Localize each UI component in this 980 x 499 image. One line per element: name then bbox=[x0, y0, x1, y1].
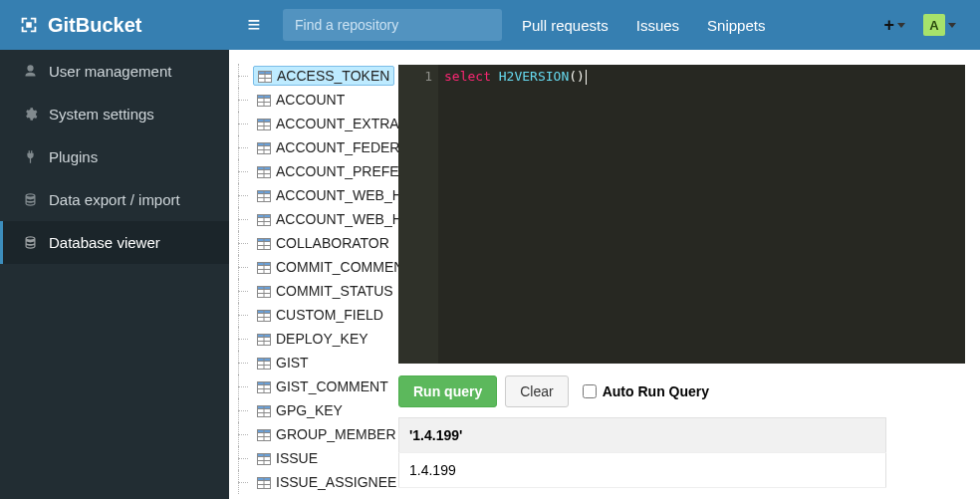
table-name: GIST bbox=[276, 355, 309, 371]
tree-connector-icon bbox=[229, 303, 251, 327]
sidebar-toggle-button[interactable] bbox=[239, 10, 269, 40]
create-new-button[interactable]: + bbox=[883, 15, 905, 36]
database-icon bbox=[21, 235, 39, 250]
sql-editor[interactable]: 1 select H2VERSION() bbox=[398, 65, 965, 364]
sidebar-item-system-settings[interactable]: System settings bbox=[0, 93, 229, 135]
tree-connector-icon bbox=[229, 135, 251, 159]
table-icon bbox=[257, 189, 271, 201]
token-keyword: select bbox=[444, 69, 491, 84]
table-node[interactable]: GIST_COMMENT bbox=[229, 374, 398, 398]
table-label-wrap: GIST bbox=[253, 354, 313, 372]
table-node[interactable]: ACCOUNT_WEB_H bbox=[229, 207, 398, 231]
table-node[interactable]: ACCOUNT_WEB_H bbox=[229, 183, 398, 207]
editor-gutter: 1 bbox=[398, 65, 438, 364]
table-node[interactable]: COMMIT_STATUS bbox=[229, 279, 398, 303]
table-name: ISSUE_ASSIGNEE bbox=[276, 474, 396, 490]
table-node[interactable]: ACCOUNT_PREFER bbox=[229, 159, 398, 183]
table-name: COLLABORATOR bbox=[276, 235, 389, 251]
admin-sidebar: User managementSystem settingsPluginsDat… bbox=[0, 50, 229, 499]
tree-connector-icon bbox=[229, 422, 251, 446]
table-list: ACCESS_TOKENACCOUNTACCOUNT_EXTRA_ACCOUNT… bbox=[229, 64, 398, 494]
tree-connector-icon bbox=[229, 159, 251, 183]
table-label-wrap: GROUP_MEMBER bbox=[253, 425, 398, 443]
sidebar-item-label: Database viewer bbox=[49, 234, 160, 251]
tree-connector-icon bbox=[229, 255, 251, 279]
tree-connector-icon bbox=[229, 327, 251, 351]
plug-icon bbox=[21, 149, 39, 164]
table-node[interactable]: ACCOUNT bbox=[229, 88, 398, 112]
editor-body[interactable]: select H2VERSION() bbox=[438, 65, 965, 364]
table-node[interactable]: GROUP_MEMBER bbox=[229, 422, 398, 446]
table-name: ACCOUNT_FEDERA bbox=[276, 139, 398, 155]
table-node[interactable]: GIST bbox=[229, 351, 398, 374]
table-node[interactable]: ACCOUNT_EXTRA_ bbox=[229, 112, 398, 135]
table-name: ACCOUNT_WEB_H bbox=[276, 211, 398, 227]
table-label-wrap: ACCOUNT_EXTRA_ bbox=[253, 115, 398, 132]
database-icon bbox=[21, 192, 39, 207]
table-icon bbox=[258, 70, 272, 82]
result-cell: 1.4.199 bbox=[399, 453, 886, 488]
top-bar: GitBucket Pull requests Issues Snippets … bbox=[0, 0, 980, 50]
tree-connector-icon bbox=[229, 351, 251, 374]
main: User managementSystem settingsPluginsDat… bbox=[0, 50, 980, 499]
sidebar-item-data-export-import[interactable]: Data export / import bbox=[0, 178, 229, 221]
table-node[interactable]: COLLABORATOR bbox=[229, 231, 398, 255]
table-icon bbox=[257, 237, 271, 249]
sidebar-item-plugins[interactable]: Plugins bbox=[0, 135, 229, 178]
result-header: '1.4.199' bbox=[399, 418, 886, 453]
run-query-button[interactable]: Run query bbox=[398, 375, 497, 407]
table-name: GROUP_MEMBER bbox=[276, 426, 396, 442]
nav-snippets[interactable]: Snippets bbox=[707, 17, 765, 34]
table-node[interactable]: ACCESS_TOKEN bbox=[229, 64, 398, 88]
tree-connector-icon bbox=[229, 470, 251, 494]
table-node[interactable]: ISSUE bbox=[229, 446, 398, 470]
table-name: GPG_KEY bbox=[276, 402, 343, 418]
table-name: ACCOUNT bbox=[276, 92, 345, 108]
editor-column: 1 select H2VERSION() Run query Clear Aut… bbox=[398, 50, 980, 499]
brand[interactable]: GitBucket bbox=[0, 0, 229, 50]
table-label-wrap: ISSUE_ASSIGNEE bbox=[253, 473, 398, 491]
sidebar-item-user-management[interactable]: User management bbox=[0, 50, 229, 93]
table-name: COMMIT_COMMEN bbox=[276, 259, 398, 275]
table-node[interactable]: GPG_KEY bbox=[229, 398, 398, 422]
sidebar-item-label: User management bbox=[49, 63, 171, 80]
sidebar-item-database-viewer[interactable]: Database viewer bbox=[0, 221, 229, 264]
tree-connector-icon bbox=[229, 64, 251, 88]
tree-connector-icon bbox=[229, 88, 251, 112]
table-name: ISSUE bbox=[276, 450, 318, 466]
table-node[interactable]: COMMIT_COMMEN bbox=[229, 255, 398, 279]
table-label-wrap: GIST_COMMENT bbox=[253, 377, 392, 395]
tree-connector-icon bbox=[229, 207, 251, 231]
nav-pull-requests[interactable]: Pull requests bbox=[522, 17, 609, 34]
auto-run-checkbox[interactable] bbox=[583, 384, 597, 398]
token-function: H2VERSION bbox=[499, 69, 569, 84]
table-node[interactable]: ACCOUNT_FEDERA bbox=[229, 135, 398, 159]
sidebar-item-label: Data export / import bbox=[49, 191, 180, 208]
table-icon bbox=[257, 452, 271, 464]
table-name: ACCESS_TOKEN bbox=[277, 68, 389, 84]
token-paren: () bbox=[569, 69, 585, 84]
table-icon bbox=[257, 141, 271, 153]
tree-connector-icon bbox=[229, 398, 251, 422]
caret-down-icon bbox=[948, 23, 956, 28]
hamburger-icon bbox=[248, 14, 261, 36]
search-input[interactable] bbox=[283, 9, 502, 41]
table-icon bbox=[257, 285, 271, 297]
table-label-wrap: ISSUE bbox=[253, 449, 322, 467]
repo-search bbox=[283, 9, 502, 41]
caret-down-icon bbox=[897, 23, 905, 28]
auto-run-wrap: Auto Run Query bbox=[583, 383, 709, 399]
table-icon bbox=[257, 428, 271, 440]
table-node[interactable]: DEPLOY_KEY bbox=[229, 327, 398, 351]
table-node[interactable]: CUSTOM_FIELD bbox=[229, 303, 398, 327]
table-node[interactable]: ISSUE_ASSIGNEE bbox=[229, 470, 398, 494]
nav-issues[interactable]: Issues bbox=[636, 17, 679, 34]
table-icon bbox=[257, 333, 271, 345]
clear-button[interactable]: Clear bbox=[505, 375, 568, 407]
table-label-wrap: COLLABORATOR bbox=[253, 234, 393, 252]
top-actions: + A bbox=[883, 14, 970, 36]
topbar-right: Pull requests Issues Snippets + A bbox=[229, 9, 980, 41]
table-label-wrap: ACCESS_TOKEN bbox=[253, 66, 394, 86]
table-name: GIST_COMMENT bbox=[276, 378, 388, 394]
user-menu[interactable]: A bbox=[923, 14, 956, 36]
